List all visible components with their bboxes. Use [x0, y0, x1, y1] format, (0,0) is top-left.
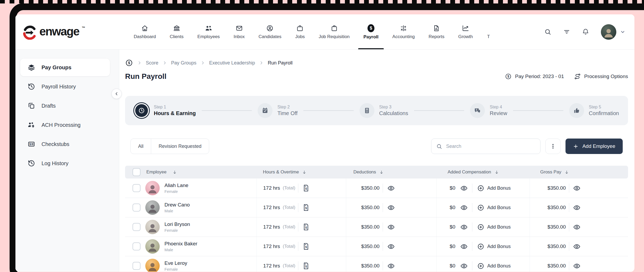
sort-down-icon[interactable]	[379, 170, 384, 174]
add-bonus-button[interactable]: Add Bonus	[477, 243, 511, 250]
sidebar-item-log-history[interactable]: Log History	[20, 155, 110, 172]
eye-icon[interactable]	[573, 184, 581, 192]
nav-item-employees[interactable]: Employees	[196, 14, 221, 49]
hours-total-note: (Total)	[283, 205, 295, 210]
eye-icon[interactable]	[460, 184, 468, 192]
plus-icon	[573, 144, 579, 149]
eye-icon[interactable]	[387, 243, 395, 250]
divider	[383, 261, 383, 270]
chat-dollar-icon	[470, 103, 485, 118]
enwage-logo-mark	[22, 25, 37, 40]
invoice-icon[interactable]	[302, 204, 310, 212]
nav-item-clients[interactable]: Clients	[168, 14, 185, 49]
employee-name[interactable]: Drew Cano	[164, 202, 190, 208]
invoice-icon[interactable]	[302, 184, 310, 192]
nav-item-candidates[interactable]: Candidates	[257, 14, 283, 49]
employee-name[interactable]: Phoenix Baker	[164, 241, 197, 247]
sidebar-item-pay-groups[interactable]: Pay Groups	[20, 59, 110, 76]
filter-icon[interactable]	[563, 28, 570, 35]
sort-down-icon[interactable]	[172, 170, 177, 174]
eye-icon[interactable]	[387, 262, 395, 270]
step-time-off[interactable]: Step 2 Time Off	[258, 103, 298, 118]
row-checkbox[interactable]	[133, 223, 141, 231]
sidebar-item-checkstubs[interactable]: Checkstubs	[20, 135, 110, 153]
invoice-icon[interactable]	[302, 262, 310, 270]
sidebar-item-ach-processing[interactable]: ACH Processing	[20, 116, 110, 134]
column-header-gross-pay[interactable]: Gross Pay	[540, 169, 561, 175]
table-row: Drew Cano Male 172 hrs (Total) $350.00	[125, 198, 628, 217]
brand-trademark: ™	[82, 26, 85, 30]
eye-icon[interactable]	[573, 223, 581, 231]
employee-name[interactable]: Lori Bryson	[164, 221, 190, 227]
nav-item-job-requisition[interactable]: Job Requisition	[317, 14, 351, 49]
eye-icon[interactable]	[387, 223, 395, 231]
column-header-employee[interactable]: Employee	[146, 169, 167, 175]
hours-total-note: (Total)	[283, 263, 295, 269]
row-checkbox[interactable]	[133, 242, 141, 250]
step-review[interactable]: Step 4 Review	[470, 103, 507, 118]
nav-item-truncated[interactable]: T	[485, 14, 492, 49]
nav-item-accounting[interactable]: Accounting	[391, 14, 416, 49]
nav-item-dashboard[interactable]: Dashboard	[132, 14, 158, 49]
employee-name[interactable]: Aliah Lane	[164, 182, 188, 188]
eye-icon[interactable]	[387, 204, 395, 212]
add-bonus-button[interactable]: Add Bonus	[477, 262, 511, 270]
eye-icon[interactable]	[460, 223, 468, 231]
eye-icon[interactable]	[460, 243, 468, 250]
eye-icon[interactable]	[573, 204, 581, 212]
more-options-button[interactable]	[545, 139, 561, 154]
add-bonus-button[interactable]: Add Bonus	[477, 185, 511, 192]
sort-down-icon[interactable]	[302, 170, 307, 174]
eye-icon[interactable]	[387, 184, 395, 192]
sidebar-collapse-button[interactable]	[112, 89, 122, 99]
nav-item-reports[interactable]: Reports	[427, 14, 446, 49]
nav-item-growth[interactable]: Growth	[457, 14, 474, 49]
step-connector	[303, 110, 354, 111]
brand-logo[interactable]: enwage ™	[22, 24, 85, 40]
plus-circle-icon	[477, 243, 484, 250]
select-all-checkbox[interactable]	[133, 168, 141, 176]
add-employee-button[interactable]: Add Employee	[565, 139, 623, 154]
column-header-added-compensation[interactable]: Added Compensation	[448, 169, 491, 175]
eye-icon[interactable]	[460, 204, 468, 212]
history-icon	[28, 160, 35, 167]
eye-icon[interactable]	[573, 243, 581, 250]
column-header-deductions[interactable]: Deductions	[353, 169, 376, 175]
divider	[472, 184, 472, 193]
step-confirmation[interactable]: Step 5 Confirmation	[569, 103, 619, 118]
pay-period[interactable]: Pay Period: 2023 - 01	[505, 73, 564, 80]
bank-icon	[173, 25, 180, 32]
step-calculations[interactable]: Step 3 Calculations	[360, 103, 408, 118]
processing-options-button[interactable]: Processing Options	[574, 73, 628, 80]
search-icon[interactable]	[544, 28, 551, 35]
row-checkbox[interactable]	[133, 204, 141, 212]
tab-revision-requested[interactable]: Revision Requested	[151, 139, 209, 154]
sort-down-icon[interactable]	[494, 170, 499, 174]
tab-all[interactable]: All	[131, 139, 151, 154]
divider	[472, 261, 472, 270]
user-menu[interactable]	[601, 24, 625, 40]
gross-pay-value: $350.00	[530, 263, 566, 269]
invoice-icon[interactable]	[302, 242, 310, 250]
employee-name[interactable]: Eve Leroy	[164, 260, 187, 266]
invoice-icon[interactable]	[302, 223, 310, 231]
add-bonus-button[interactable]: Add Bonus	[477, 224, 511, 231]
sidebar-item-payroll-history[interactable]: Payroll History	[20, 78, 110, 95]
row-checkbox[interactable]	[133, 262, 141, 270]
bell-icon[interactable]	[582, 28, 589, 35]
eye-icon[interactable]	[460, 262, 468, 270]
sidebar-item-drafts[interactable]: Drafts	[20, 97, 110, 115]
nav-item-jobs[interactable]: Jobs	[294, 14, 306, 49]
sort-down-icon[interactable]	[564, 170, 569, 174]
nav-item-inbox[interactable]: Inbox	[232, 14, 246, 49]
row-checkbox[interactable]	[133, 184, 141, 192]
breadcrumb-score[interactable]: Score	[146, 60, 158, 66]
column-header-hours[interactable]: Hours & Overtime	[263, 169, 299, 175]
step-hours-earning[interactable]: Step 1 Hours & Earning	[134, 103, 196, 118]
breadcrumb-executive-leadership[interactable]: Executive Leadership	[209, 60, 255, 66]
nav-item-payroll[interactable]: $ Payroll	[362, 14, 380, 49]
breadcrumb-pay-groups[interactable]: Pay Groups	[171, 60, 196, 66]
eye-icon[interactable]	[573, 262, 581, 270]
add-bonus-button[interactable]: Add Bonus	[477, 204, 511, 211]
search-input[interactable]	[446, 144, 535, 149]
